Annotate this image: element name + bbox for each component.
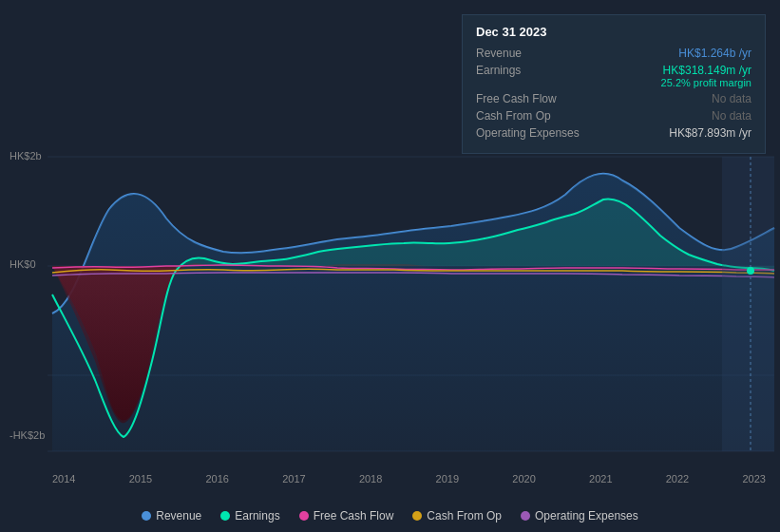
chart-legend: Revenue Earnings Free Cash Flow Cash Fro… bbox=[0, 509, 780, 522]
opex-label: Operating Expenses bbox=[476, 126, 580, 140]
tooltip-title: Dec 31 2023 bbox=[476, 25, 751, 39]
data-tooltip: Dec 31 2023 Revenue HK$1.264b /yr Earnin… bbox=[462, 14, 766, 154]
earnings-value: HK$318.149m /yr bbox=[661, 64, 751, 77]
profit-margin-value: 25.2% profit margin bbox=[661, 77, 751, 88]
fcf-dot bbox=[299, 511, 309, 521]
opex-value: HK$87.893m /yr bbox=[669, 126, 751, 140]
x-label-2015: 2015 bbox=[129, 473, 152, 484]
fcf-legend-label: Free Cash Flow bbox=[314, 509, 394, 522]
legend-fcf[interactable]: Free Cash Flow bbox=[299, 509, 394, 522]
opex-legend-label: Operating Expenses bbox=[535, 509, 638, 522]
revenue-dot bbox=[142, 511, 151, 521]
x-label-2022: 2022 bbox=[666, 473, 689, 484]
x-label-2020: 2020 bbox=[512, 473, 535, 484]
cashfromop-value: No data bbox=[712, 109, 751, 123]
svg-point-7 bbox=[747, 267, 754, 275]
tooltip-row-earnings: Earnings HK$318.149m /yr 25.2% profit ma… bbox=[476, 64, 751, 88]
legend-earnings[interactable]: Earnings bbox=[220, 509, 279, 522]
x-label-2014: 2014 bbox=[52, 473, 75, 484]
earnings-legend-label: Earnings bbox=[235, 509, 279, 522]
revenue-legend-label: Revenue bbox=[156, 509, 201, 522]
x-label-2017: 2017 bbox=[282, 473, 305, 484]
tooltip-row-fcf: Free Cash Flow No data bbox=[476, 92, 751, 105]
x-axis-labels: 2014 2015 2016 2017 2018 2019 2020 2021 … bbox=[52, 473, 766, 484]
revenue-label: Revenue bbox=[476, 47, 522, 60]
cashfromop-legend-label: Cash From Op bbox=[427, 509, 502, 522]
tooltip-row-opex: Operating Expenses HK$87.893m /yr bbox=[476, 126, 751, 140]
svg-rect-5 bbox=[722, 157, 774, 451]
cashfromop-dot bbox=[412, 511, 422, 521]
x-label-2018: 2018 bbox=[359, 473, 382, 484]
earnings-dot bbox=[220, 511, 230, 521]
legend-cashfromop[interactable]: Cash From Op bbox=[412, 509, 502, 522]
legend-opex[interactable]: Operating Expenses bbox=[521, 509, 638, 522]
opex-dot bbox=[521, 511, 530, 521]
tooltip-row-revenue: Revenue HK$1.264b /yr bbox=[476, 47, 751, 60]
legend-revenue[interactable]: Revenue bbox=[142, 509, 201, 522]
tooltip-row-cashfromop: Cash From Op No data bbox=[476, 109, 751, 123]
revenue-value: HK$1.264b /yr bbox=[678, 47, 751, 60]
cashfromop-label: Cash From Op bbox=[476, 109, 551, 123]
x-label-2016: 2016 bbox=[205, 473, 228, 484]
earnings-label: Earnings bbox=[476, 64, 521, 88]
earnings-values: HK$318.149m /yr 25.2% profit margin bbox=[661, 64, 751, 88]
fcf-label: Free Cash Flow bbox=[476, 92, 557, 105]
fcf-value: No data bbox=[712, 92, 751, 105]
x-label-2021: 2021 bbox=[589, 473, 612, 484]
x-label-2019: 2019 bbox=[436, 473, 459, 484]
x-label-2023: 2023 bbox=[742, 473, 765, 484]
